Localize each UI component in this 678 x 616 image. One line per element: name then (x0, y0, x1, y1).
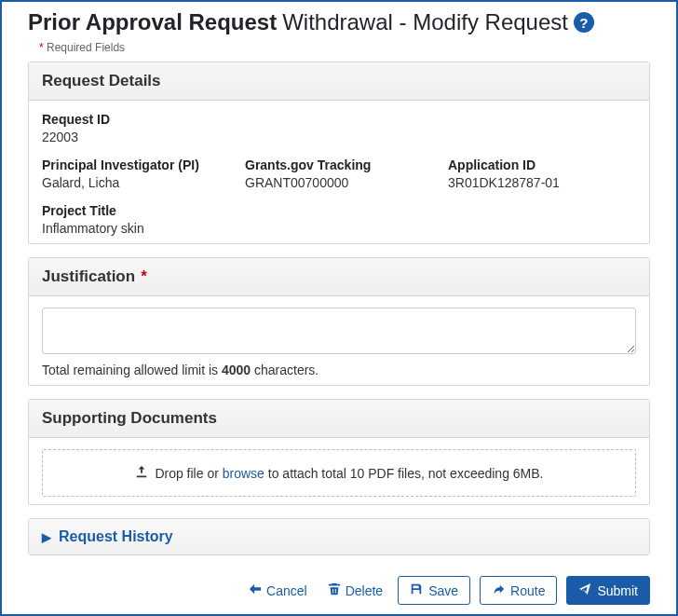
char-limit-value: 4000 (222, 363, 251, 377)
pi-value: Galard, Licha (42, 175, 230, 190)
request-history-toggle[interactable]: ▶ Request History (29, 519, 649, 554)
trash-icon (328, 582, 341, 598)
grants-tracking-label: Grants.gov Tracking (245, 157, 433, 172)
save-icon (410, 582, 423, 598)
project-title-label: Project Title (42, 203, 636, 218)
project-title-value: Inflammatory skin (42, 221, 636, 236)
request-history-title: Request History (59, 528, 173, 545)
submit-label: Submit (597, 583, 638, 598)
upload-icon (135, 465, 148, 481)
delete-button[interactable]: Delete (322, 578, 388, 603)
char-limit-prefix: Total remaining allowed limit is (42, 363, 222, 377)
required-asterisk-icon: * (141, 267, 147, 286)
save-button[interactable]: Save (398, 576, 470, 605)
request-history-panel: ▶ Request History (28, 518, 650, 555)
request-details-title: Request Details (42, 72, 161, 90)
request-id-label: Request ID (42, 112, 636, 127)
browse-link[interactable]: browse (223, 466, 264, 481)
request-details-header: Request Details (29, 62, 649, 101)
pi-label: Principal Investigator (PI) (42, 157, 230, 172)
request-id-field: Request ID 22003 (42, 112, 636, 144)
request-details-panel: Request Details Request ID 22003 Princip… (28, 62, 650, 244)
supporting-documents-title: Supporting Documents (42, 409, 217, 428)
supporting-documents-header: Supporting Documents (29, 400, 649, 438)
justification-textarea[interactable] (42, 308, 636, 354)
page-title-main: Prior Approval Request (28, 9, 277, 35)
dropzone-prefix: Drop file or (152, 466, 223, 481)
caret-right-icon: ▶ (42, 530, 51, 544)
action-bar: Cancel Delete Save Route Submit (28, 572, 650, 605)
pi-field: Principal Investigator (PI) Galard, Lich… (42, 157, 230, 190)
grants-tracking-value: GRANT00700000 (245, 175, 433, 190)
cancel-button[interactable]: Cancel (243, 578, 313, 603)
page-title: Prior Approval Request Withdrawal - Modi… (28, 9, 650, 35)
paper-plane-icon (578, 582, 591, 598)
justification-title: Justification (42, 267, 135, 286)
char-limit-suffix: characters. (251, 363, 319, 377)
delete-label: Delete (346, 583, 383, 598)
route-label: Route (510, 583, 545, 598)
justification-panel: Justification* Total remaining allowed l… (28, 257, 650, 386)
justification-header: Justification* (29, 258, 649, 296)
project-title-field: Project Title Inflammatory skin (42, 203, 636, 236)
submit-button[interactable]: Submit (566, 576, 650, 605)
file-dropzone[interactable]: Drop file or browse to attach total 10 P… (42, 449, 636, 497)
save-label: Save (428, 583, 458, 598)
cancel-label: Cancel (266, 583, 307, 598)
application-id-label: Application ID (448, 157, 636, 172)
arrow-left-icon (249, 582, 262, 598)
application-id-value: 3R01DK128787-01 (448, 175, 636, 190)
required-fields-label: Required Fields (47, 41, 125, 54)
required-fields-note: * Required Fields (39, 41, 650, 54)
dropzone-suffix: to attach total 10 PDF files, not exceed… (264, 466, 544, 481)
grants-tracking-field: Grants.gov Tracking GRANT00700000 (245, 157, 433, 190)
help-icon[interactable]: ? (574, 12, 594, 33)
application-id-field: Application ID 3R01DK128787-01 (448, 157, 636, 190)
share-icon (492, 582, 505, 598)
supporting-documents-panel: Supporting Documents Drop file or browse… (28, 399, 650, 505)
route-button[interactable]: Route (480, 576, 557, 605)
char-limit-note: Total remaining allowed limit is 4000 ch… (42, 363, 636, 377)
request-id-value: 22003 (42, 130, 636, 144)
page-title-sub: Withdrawal - Modify Request (282, 9, 568, 35)
